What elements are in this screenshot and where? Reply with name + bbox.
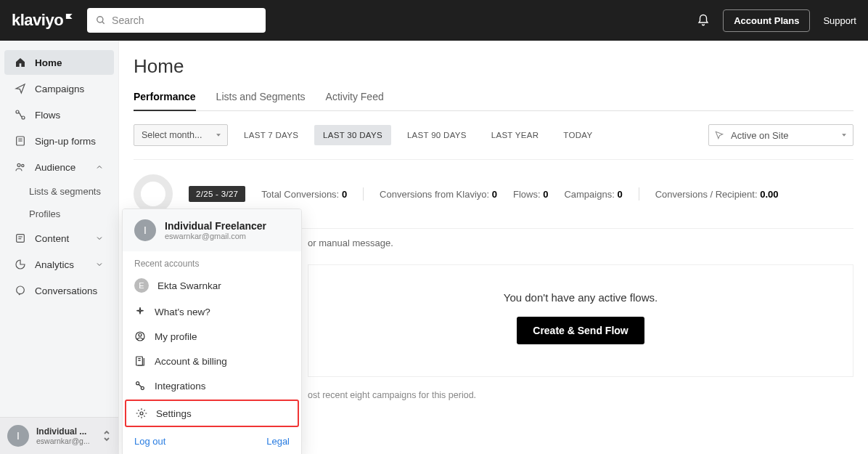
logout-link[interactable]: Log out — [134, 436, 165, 447]
send-icon — [15, 83, 26, 94]
sidebar-item-label: Content — [35, 233, 69, 244]
filter-bar: Select month... LAST 7 DAYS LAST 30 DAYS… — [134, 111, 853, 160]
avatar: I — [134, 219, 156, 241]
date-range-pill: 2/25 - 3/27 — [189, 186, 245, 202]
menu-my-profile[interactable]: My profile — [123, 324, 301, 349]
analytics-icon — [15, 259, 26, 270]
metric-select[interactable]: Active on Site — [708, 124, 853, 146]
search-input[interactable] — [87, 8, 266, 33]
popup-account-email: eswarnkar@gmail.com — [165, 232, 266, 240]
sidebar: Home Campaigns Flows Sign-up forms Audie… — [0, 41, 119, 454]
chat-icon — [15, 285, 26, 296]
gear-icon — [136, 408, 147, 419]
svg-point-8 — [22, 164, 24, 166]
stat-flows: Flows: 0 — [513, 189, 548, 200]
flow-icon — [15, 109, 26, 121]
menu-integrations[interactable]: Integrations — [123, 373, 301, 398]
sidebar-item-content[interactable]: Content — [4, 226, 114, 251]
tab-lists-segments[interactable]: Lists and Segments — [216, 91, 306, 110]
notifications-icon[interactable] — [697, 14, 710, 27]
search-icon — [96, 15, 106, 25]
top-bar: klaviyo Account Plans Support — [0, 0, 868, 41]
support-link[interactable]: Support — [823, 15, 856, 26]
stat-value: 0.00 — [760, 189, 778, 200]
avatar: E — [134, 278, 149, 293]
svg-point-0 — [97, 17, 103, 23]
page-title: Home — [134, 55, 853, 78]
sidebar-item-lists-segments[interactable]: Lists & segments — [0, 180, 118, 203]
create-flow-button[interactable]: Create & Send Flow — [517, 317, 644, 344]
integrations-icon — [134, 380, 146, 392]
sidebar-item-campaigns[interactable]: Campaigns — [4, 76, 114, 101]
account-name: Individual ... — [36, 426, 94, 437]
menu-item-label: What's new? — [155, 307, 210, 317]
account-menu-popup: I Individual Freelancer eswarnkar@gmail.… — [122, 208, 302, 454]
sidebar-item-label: Conversations — [35, 285, 97, 296]
recent-account-name: Ekta Swarnkar — [157, 280, 221, 291]
sidebar-item-conversations[interactable]: Conversations — [4, 278, 114, 303]
svg-point-14 — [139, 333, 142, 336]
divider — [639, 187, 639, 200]
sidebar-item-label: Sign-up forms — [35, 136, 96, 147]
sidebar-item-flows[interactable]: Flows — [4, 102, 114, 127]
home-icon — [15, 57, 26, 68]
sidebar-item-analytics[interactable]: Analytics — [4, 252, 114, 277]
recent-account-item[interactable]: E Ekta Swarnkar — [123, 272, 301, 299]
range-today[interactable]: TODAY — [554, 125, 601, 145]
chevron-down-icon — [95, 234, 104, 243]
stat-campaigns: Campaigns: 0 — [564, 189, 622, 200]
svg-point-18 — [140, 412, 143, 415]
stat-total-conversions: Total Conversions: 0 — [261, 189, 347, 200]
sidebar-item-profiles[interactable]: Profiles — [0, 203, 118, 225]
sidebar-item-label: Campaigns — [35, 84, 84, 94]
tabs: Performance Lists and Segments Activity … — [134, 91, 853, 111]
range-last-30-days[interactable]: LAST 30 DAYS — [314, 125, 391, 145]
donut-chart — [134, 174, 173, 214]
empty-flows-card: You don't have any active flows. Create … — [308, 264, 853, 377]
menu-whats-new[interactable]: What's new? — [123, 299, 301, 324]
svg-point-12 — [17, 286, 25, 294]
month-select[interactable]: Select month... — [134, 124, 228, 146]
menu-settings[interactable]: Settings — [125, 400, 299, 427]
range-last-year[interactable]: LAST YEAR — [483, 125, 548, 145]
profile-icon — [134, 331, 146, 342]
chevron-up-icon — [95, 163, 104, 171]
account-switcher[interactable]: I Individual ... eswarnkar@g... — [0, 417, 118, 454]
svg-rect-15 — [136, 357, 143, 365]
metric-select-label: Active on Site — [708, 124, 853, 146]
sidebar-item-label: Audience — [35, 162, 75, 173]
search-field[interactable] — [87, 8, 266, 33]
sidebar-item-label: Home — [35, 57, 62, 68]
tab-activity-feed[interactable]: Activity Feed — [326, 91, 384, 110]
stat-label: Campaigns: — [564, 189, 614, 200]
avatar: I — [7, 425, 29, 447]
svg-point-7 — [17, 163, 20, 166]
popup-header: I Individual Freelancer eswarnkar@gmail.… — [123, 209, 301, 251]
svg-line-1 — [102, 22, 105, 24]
divider — [363, 187, 364, 200]
stat-label: Conversions from Klaviyo: — [380, 189, 489, 200]
flag-icon — [65, 13, 75, 23]
chevron-down-icon — [95, 260, 104, 269]
audience-icon — [15, 161, 26, 173]
recent-accounts-label: Recent accounts — [123, 251, 301, 272]
content-icon — [15, 232, 26, 244]
legal-link[interactable]: Legal — [266, 436, 290, 447]
range-last-7-days[interactable]: LAST 7 DAYS — [235, 125, 307, 145]
popup-footer: Log out Legal — [123, 429, 301, 454]
sidebar-item-label: Flows — [35, 110, 60, 121]
empty-state-text: You don't have any active flows. — [504, 291, 658, 304]
stat-value: 0 — [617, 189, 622, 200]
stat-value: 0 — [543, 189, 548, 200]
menu-account-billing[interactable]: Account & billing — [123, 349, 301, 373]
sidebar-item-signup-forms[interactable]: Sign-up forms — [4, 129, 114, 153]
range-last-90-days[interactable]: LAST 90 DAYS — [398, 125, 475, 145]
partial-text-below: ost recent eight campaigns for this peri… — [308, 377, 853, 400]
sidebar-item-audience[interactable]: Audience — [4, 155, 114, 179]
month-select-label: Select month... — [134, 124, 228, 146]
sidebar-item-home[interactable]: Home — [4, 50, 114, 75]
logo[interactable]: klaviyo — [12, 11, 75, 30]
menu-item-label: Account & billing — [155, 356, 227, 367]
account-plans-button[interactable]: Account Plans — [723, 9, 810, 32]
tab-performance[interactable]: Performance — [134, 91, 196, 111]
